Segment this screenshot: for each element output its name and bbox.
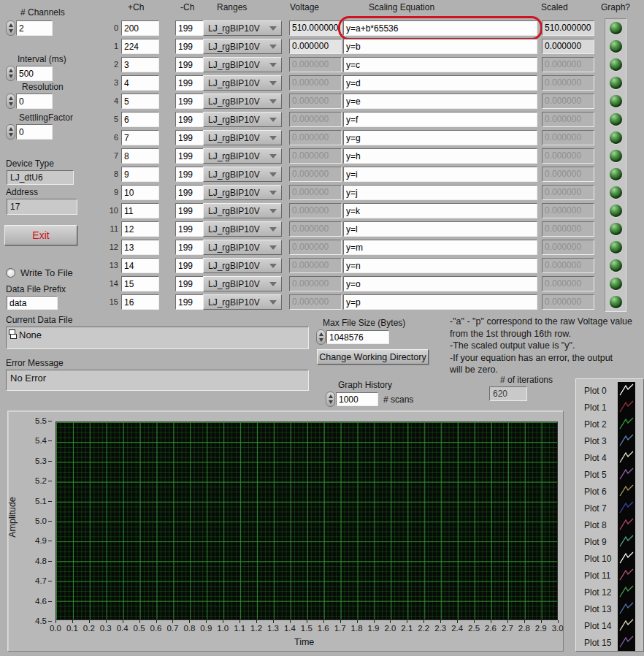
- equation-input[interactable]: [343, 167, 537, 182]
- graph-led-indicator[interactable]: [610, 40, 622, 53]
- settling-factor-stepper[interactable]: [6, 124, 15, 140]
- equation-input[interactable]: [343, 130, 537, 145]
- interval-stepper[interactable]: [6, 66, 15, 81]
- pos-ch-input[interactable]: [121, 94, 159, 109]
- legend-item[interactable]: Plot 6: [576, 483, 643, 500]
- legend-item[interactable]: Plot 9: [576, 533, 643, 550]
- equation-input[interactable]: [343, 221, 537, 237]
- graph-led-indicator[interactable]: [610, 223, 622, 235]
- range-dropdown[interactable]: LJ_rgBIP10V: [203, 148, 282, 164]
- equation-input[interactable]: [343, 94, 537, 109]
- data-file-prefix-input[interactable]: [7, 296, 58, 310]
- legend-item[interactable]: Plot 5: [576, 466, 643, 483]
- pos-ch-input[interactable]: [121, 185, 159, 200]
- equation-input[interactable]: [343, 203, 537, 218]
- pos-ch-input[interactable]: [121, 203, 159, 218]
- equation-input[interactable]: [343, 20, 537, 36]
- range-dropdown[interactable]: LJ_rgBIP10V: [203, 185, 282, 200]
- legend-item[interactable]: Plot 8: [576, 516, 643, 533]
- range-dropdown[interactable]: LJ_rgBIP10V: [203, 75, 282, 91]
- graph-led-indicator[interactable]: [610, 241, 622, 253]
- channels-stepper[interactable]: [6, 20, 15, 36]
- range-dropdown[interactable]: LJ_rgBIP10V: [203, 167, 282, 182]
- equation-input[interactable]: [343, 112, 537, 127]
- equation-input[interactable]: [343, 75, 537, 91]
- range-dropdown[interactable]: LJ_rgBIP10V: [203, 203, 282, 218]
- pos-ch-input[interactable]: [121, 57, 159, 72]
- equation-input[interactable]: [343, 185, 537, 200]
- device-type-value[interactable]: LJ_dtU6: [7, 170, 74, 185]
- legend-item[interactable]: Plot 10: [576, 550, 643, 567]
- equation-input[interactable]: [343, 276, 537, 291]
- pos-ch-input[interactable]: [121, 112, 159, 127]
- graph-led-indicator[interactable]: [610, 58, 622, 71]
- equation-input[interactable]: [343, 258, 537, 273]
- range-dropdown[interactable]: LJ_rgBIP10V: [203, 94, 282, 109]
- graph-led-indicator[interactable]: [610, 150, 622, 162]
- graph-led-indicator[interactable]: [610, 168, 622, 180]
- max-file-size-stepper[interactable]: [316, 329, 326, 345]
- plot-area[interactable]: [55, 422, 558, 620]
- legend-item[interactable]: Plot 2: [576, 416, 643, 432]
- pos-ch-input[interactable]: [121, 221, 159, 237]
- equation-input[interactable]: [343, 294, 537, 310]
- legend-item[interactable]: Plot 12: [576, 584, 643, 600]
- legend-item[interactable]: Plot 1: [576, 399, 643, 416]
- legend-item[interactable]: Plot 7: [576, 500, 643, 516]
- graph-history-input[interactable]: [336, 392, 378, 406]
- range-dropdown[interactable]: LJ_rgBIP10V: [203, 39, 282, 54]
- graph-led-indicator[interactable]: [610, 296, 622, 308]
- pos-ch-input[interactable]: [121, 167, 159, 182]
- max-file-size-input[interactable]: [326, 330, 389, 344]
- write-to-file-radio[interactable]: [6, 268, 15, 278]
- legend-item[interactable]: Plot 3: [576, 432, 643, 449]
- pos-ch-input[interactable]: [121, 39, 159, 54]
- legend-item[interactable]: Plot 4: [576, 449, 643, 466]
- legend-item[interactable]: Plot 13: [576, 600, 643, 617]
- range-dropdown[interactable]: LJ_rgBIP10V: [203, 258, 282, 273]
- legend-item[interactable]: Plot 15: [576, 634, 643, 651]
- equation-input[interactable]: [343, 57, 537, 72]
- pos-ch-input[interactable]: [121, 148, 159, 164]
- current-data-file-field[interactable]: None: [6, 327, 309, 349]
- range-dropdown[interactable]: LJ_rgBIP10V: [203, 20, 282, 36]
- graph-led-indicator[interactable]: [610, 77, 622, 89]
- range-dropdown[interactable]: LJ_rgBIP10V: [203, 57, 282, 72]
- range-dropdown[interactable]: LJ_rgBIP10V: [203, 240, 282, 255]
- range-dropdown[interactable]: LJ_rgBIP10V: [203, 221, 282, 237]
- settling-factor-input[interactable]: [16, 124, 53, 140]
- channels-input[interactable]: [16, 20, 53, 36]
- graph-led-indicator[interactable]: [610, 205, 622, 217]
- pos-ch-input[interactable]: [121, 130, 159, 145]
- pos-ch-input[interactable]: [121, 20, 159, 36]
- interval-input[interactable]: [16, 66, 53, 81]
- pos-ch-input[interactable]: [121, 294, 159, 310]
- legend-item[interactable]: Plot 0: [576, 382, 643, 399]
- pos-ch-input[interactable]: [121, 75, 159, 91]
- graph-led-indicator[interactable]: [610, 113, 622, 126]
- range-dropdown[interactable]: LJ_rgBIP10V: [203, 130, 282, 145]
- pos-ch-input[interactable]: [121, 240, 159, 255]
- graph-led-indicator[interactable]: [610, 22, 622, 34]
- graph-led-indicator[interactable]: [610, 95, 622, 107]
- exit-button[interactable]: Exit: [4, 225, 77, 245]
- equation-input[interactable]: [343, 240, 537, 255]
- graph-led-indicator[interactable]: [610, 131, 622, 144]
- equation-input[interactable]: [343, 148, 537, 164]
- resolution-input[interactable]: [16, 94, 53, 109]
- graph-led-indicator[interactable]: [610, 259, 622, 272]
- graph-led-indicator[interactable]: [610, 186, 622, 199]
- equation-input[interactable]: [343, 39, 537, 54]
- change-working-directory-button[interactable]: Change Working Directory: [317, 349, 429, 365]
- graph-history-stepper[interactable]: [326, 392, 335, 407]
- graph-led-indicator[interactable]: [610, 278, 622, 290]
- legend-item[interactable]: Plot 14: [576, 617, 643, 634]
- range-dropdown[interactable]: LJ_rgBIP10V: [203, 294, 282, 310]
- pos-ch-input[interactable]: [121, 276, 159, 291]
- range-dropdown[interactable]: LJ_rgBIP10V: [203, 112, 282, 127]
- address-value[interactable]: 17: [7, 199, 77, 215]
- range-dropdown[interactable]: LJ_rgBIP10V: [203, 276, 282, 291]
- resolution-stepper[interactable]: [6, 94, 15, 109]
- legend-item[interactable]: Plot 11: [576, 567, 643, 584]
- pos-ch-input[interactable]: [121, 258, 159, 273]
